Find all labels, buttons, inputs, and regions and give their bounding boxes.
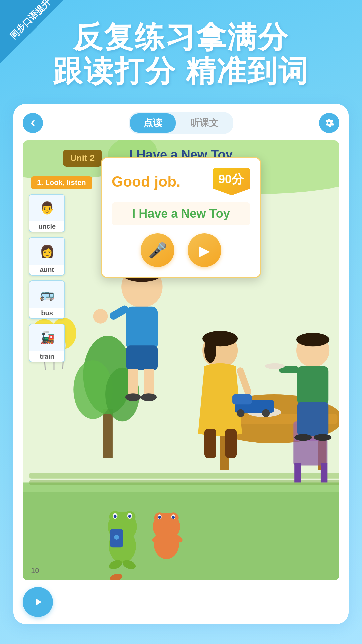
play-main-button[interactable] (23, 587, 53, 617)
tab-group: 点读 听课文 (129, 112, 233, 134)
train-label: train (29, 351, 64, 362)
svg-point-54 (237, 409, 244, 417)
main-card: 点读 听课文 (13, 104, 349, 624)
aunt-label: aunt (29, 265, 64, 275)
score-phrase: I Have a New Toy (118, 207, 244, 221)
bottom-controls (13, 580, 349, 624)
train-icon: 🚂 (29, 324, 64, 351)
svg-rect-17 (321, 463, 327, 482)
bus-icon: 🚌 (29, 281, 64, 308)
good-job-text: Good job. (112, 173, 180, 190)
uncle-icon: 👨 (29, 195, 64, 221)
mic-button[interactable]: 🎤 (141, 233, 174, 267)
page-number: 10 (31, 566, 39, 575)
svg-point-29 (141, 393, 157, 401)
svg-rect-27 (144, 369, 154, 396)
svg-point-34 (204, 338, 216, 363)
vocab-card-aunt[interactable]: 👩 aunt (29, 237, 65, 276)
back-button[interactable] (23, 113, 43, 133)
textbook-area: Unit 2 I Have a New Toy 1. Look, listen … (23, 140, 339, 580)
svg-point-28 (125, 393, 141, 401)
svg-rect-41 (297, 402, 328, 436)
svg-point-61 (114, 515, 117, 518)
svg-point-75 (154, 528, 179, 559)
score-popup: Good job. 90分 I Have a New Toy 🎤 ▶ (101, 157, 261, 278)
svg-point-39 (296, 333, 329, 346)
bus-label: bus (29, 308, 64, 318)
score-text-row: I Have a New Toy (112, 202, 250, 225)
vocab-cards: 👨 uncle 👩 aunt 🚌 bus 🚂 train (29, 194, 65, 362)
vocab-card-bus[interactable]: 🚌 bus (29, 280, 65, 319)
tab-tingkewen[interactable]: 听课文 (177, 113, 232, 133)
tab-diandu[interactable]: 点读 (130, 113, 176, 133)
svg-rect-18 (103, 409, 113, 458)
svg-rect-53 (232, 394, 252, 404)
svg-rect-16 (294, 463, 301, 482)
settings-button[interactable] (319, 113, 339, 133)
unit-label: Unit 2 (63, 150, 102, 167)
svg-rect-35 (204, 429, 216, 458)
look-listen-label: 1. Look, listen (31, 176, 92, 189)
svg-point-65 (114, 535, 119, 540)
svg-point-31 (93, 309, 108, 324)
svg-rect-36 (225, 429, 237, 458)
aunt-icon: 👩 (29, 238, 64, 265)
svg-rect-1 (23, 482, 339, 580)
svg-point-55 (262, 409, 270, 417)
vocab-card-train[interactable]: 🚂 train (29, 324, 65, 362)
svg-rect-24 (126, 307, 158, 351)
svg-rect-40 (297, 366, 328, 405)
svg-rect-6 (29, 473, 339, 478)
microphone-icon: 🎤 (148, 241, 167, 259)
card-header: 点读 听课文 (13, 104, 349, 140)
svg-point-62 (128, 515, 131, 518)
svg-rect-26 (128, 369, 138, 396)
vocab-card-uncle[interactable]: 👨 uncle (29, 194, 65, 232)
replay-button[interactable]: ▶ (188, 233, 221, 267)
score-popup-header: Good job. 90分 (112, 168, 250, 195)
svg-point-73 (158, 516, 161, 519)
svg-rect-25 (126, 345, 158, 370)
svg-rect-14 (293, 438, 327, 465)
score-badge: 90分 (213, 168, 250, 195)
play-icon: ▶ (199, 242, 210, 259)
svg-rect-7 (29, 480, 339, 485)
popup-buttons: 🎤 ▶ (112, 233, 250, 267)
svg-point-42 (294, 434, 312, 441)
svg-point-74 (172, 516, 175, 519)
svg-point-45 (265, 363, 285, 369)
uncle-label: uncle (29, 221, 64, 232)
svg-point-43 (314, 434, 331, 441)
